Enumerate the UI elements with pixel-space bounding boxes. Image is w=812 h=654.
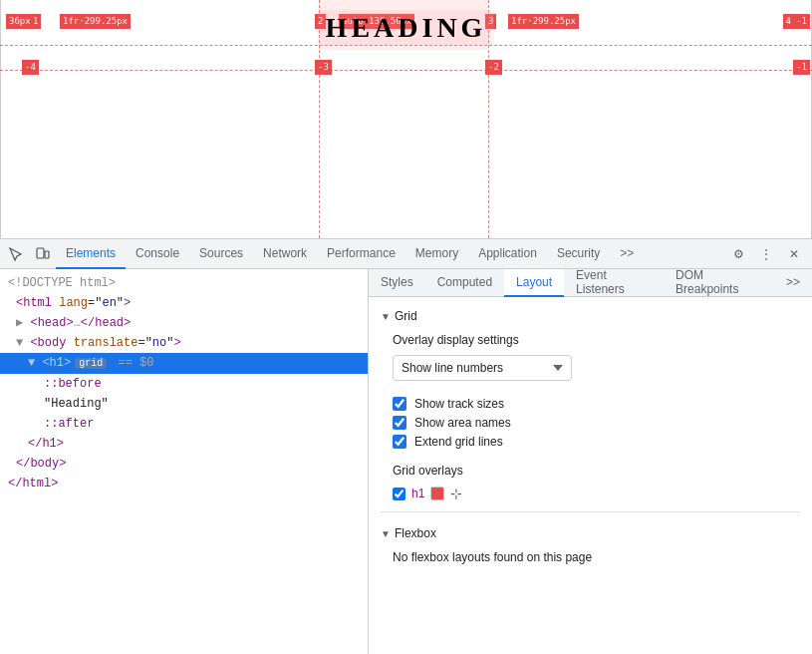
tab-performance[interactable]: Performance xyxy=(317,239,406,269)
grid-overlays-title: Grid overlays xyxy=(393,464,800,478)
right-tab-event-listeners[interactable]: Event Listeners xyxy=(564,269,664,297)
right-content: ▼ Grid Overlay display settings Show lin… xyxy=(369,297,812,654)
flexbox-section: ▼ Flexbox No flexbox layouts found on th… xyxy=(381,522,800,570)
tab-network[interactable]: Network xyxy=(253,239,317,269)
flexbox-section-title: Flexbox xyxy=(395,526,436,540)
right-panel: Styles Computed Layout Event Listeners D… xyxy=(369,269,812,654)
grid-section-header[interactable]: ▼ Grid xyxy=(381,305,800,327)
row-label-neg1-b: -1 xyxy=(793,60,810,75)
track-label-1fr-right: 1fr·299.25px xyxy=(508,14,579,29)
row-label-neg4: -4 xyxy=(22,60,39,75)
tab-elements[interactable]: Elements xyxy=(56,239,126,269)
grid-overlay-row-h1: h1 ⊹ xyxy=(393,486,800,501)
device-toggle-button[interactable] xyxy=(30,242,54,266)
tab-sources[interactable]: Sources xyxy=(189,239,253,269)
right-tab-list: Styles Computed Layout Event Listeners D… xyxy=(369,269,812,297)
devtools-panel: Elements Console Sources Network Perform… xyxy=(0,239,812,654)
overlay-color-swatch[interactable] xyxy=(430,487,444,500)
grid-overlay-checkbox[interactable] xyxy=(393,488,406,500)
dom-before[interactable]: ::before xyxy=(0,374,368,394)
flexbox-arrow-icon: ▼ xyxy=(381,528,391,539)
dom-html[interactable]: <html lang="en"> xyxy=(0,293,368,313)
right-tab-dom-breakpoints[interactable]: DOM Breakpoints xyxy=(664,269,774,297)
spacer xyxy=(393,454,800,464)
show-area-names-label: Show area names xyxy=(414,416,511,430)
dom-h1-close[interactable]: </h1> xyxy=(0,434,368,454)
extend-grid-lines-checkbox[interactable] xyxy=(393,435,406,449)
more-options-button[interactable]: ⋮ xyxy=(754,242,778,266)
right-tab-more[interactable]: >> xyxy=(774,269,812,297)
right-tab-layout[interactable]: Layout xyxy=(504,269,564,297)
show-area-names-row: Show area names xyxy=(393,416,800,430)
viewport-area: 1 -1 4 1 2 3 -1 -4 -3 -2 -1 1fr·299.25px… xyxy=(0,0,812,239)
grid-hline-2 xyxy=(0,70,812,71)
dom-head[interactable]: ▶ <head>…</head> xyxy=(0,313,368,333)
extend-grid-lines-row: Extend grid lines xyxy=(393,435,800,449)
grid-vline-left xyxy=(0,0,1,238)
row-label-neg3: -3 xyxy=(315,60,332,75)
toolbar-right-actions: ⚙ ⋮ ✕ xyxy=(726,242,808,266)
row-height-label: 36px xyxy=(6,14,34,29)
dom-doctype[interactable]: <!DOCTYPE html> xyxy=(0,273,368,293)
devtools-tab-list: Elements Console Sources Network Perform… xyxy=(56,239,726,269)
overlay-settings-label: Overlay display settings xyxy=(393,333,800,347)
no-flexbox-message: No flexbox layouts found on this page xyxy=(381,544,800,570)
flexbox-section-header[interactable]: ▼ Flexbox xyxy=(381,522,800,544)
dom-after[interactable]: ::after xyxy=(0,414,368,434)
grid-arrow-icon: ▼ xyxy=(381,311,391,322)
right-tab-styles[interactable]: Styles xyxy=(369,269,425,297)
col-label-neg1: -1 xyxy=(793,14,810,29)
row-label-neg2: -2 xyxy=(485,60,502,75)
page-heading: HEADING xyxy=(318,10,495,46)
svg-rect-0 xyxy=(37,248,44,258)
overlay-tag: h1 xyxy=(411,487,424,500)
devtools-toolbar: Elements Console Sources Network Perform… xyxy=(0,239,812,269)
show-track-sizes-row: Show track sizes xyxy=(393,397,800,411)
tab-security[interactable]: Security xyxy=(547,239,610,269)
line-numbers-dropdown[interactable]: Show line numbers Show track sizes Hide … xyxy=(393,355,572,381)
right-tab-computed[interactable]: Computed xyxy=(425,269,504,297)
show-area-names-checkbox[interactable] xyxy=(393,416,406,430)
overlay-cursor-icon[interactable]: ⊹ xyxy=(450,486,462,501)
svg-rect-1 xyxy=(45,251,49,258)
dom-body-close[interactable]: </body> xyxy=(0,454,368,474)
tab-application[interactable]: Application xyxy=(468,239,547,269)
dom-html-close[interactable]: </html> xyxy=(0,474,368,493)
grid-section-title: Grid xyxy=(395,309,417,323)
dom-panel[interactable]: <!DOCTYPE html> <html lang="en"> ▶ <head… xyxy=(0,269,369,654)
dropdown-container: Show line numbers Show track sizes Hide … xyxy=(393,355,800,389)
show-track-sizes-label: Show track sizes xyxy=(414,397,504,411)
track-label-1fr-left: 1fr·299.25px xyxy=(60,14,131,29)
extend-grid-lines-label: Extend grid lines xyxy=(414,435,503,449)
tab-more[interactable]: >> xyxy=(610,239,644,269)
dom-string[interactable]: "Heading" xyxy=(0,394,368,414)
grid-settings-container: Overlay display settings Show line numbe… xyxy=(381,333,800,501)
tab-memory[interactable]: Memory xyxy=(406,239,468,269)
dom-h1[interactable]: ▼ <h1>grid == $0 xyxy=(0,353,368,374)
close-devtools-button[interactable]: ✕ xyxy=(782,242,806,266)
devtools-body: <!DOCTYPE html> <html lang="en"> ▶ <head… xyxy=(0,269,812,654)
settings-button[interactable]: ⚙ xyxy=(726,242,750,266)
section-divider xyxy=(381,511,800,512)
dom-body[interactable]: ▼ <body translate="no"> xyxy=(0,333,368,353)
tab-console[interactable]: Console xyxy=(126,239,189,269)
show-track-sizes-checkbox[interactable] xyxy=(393,397,406,411)
inspect-element-button[interactable] xyxy=(4,242,28,266)
